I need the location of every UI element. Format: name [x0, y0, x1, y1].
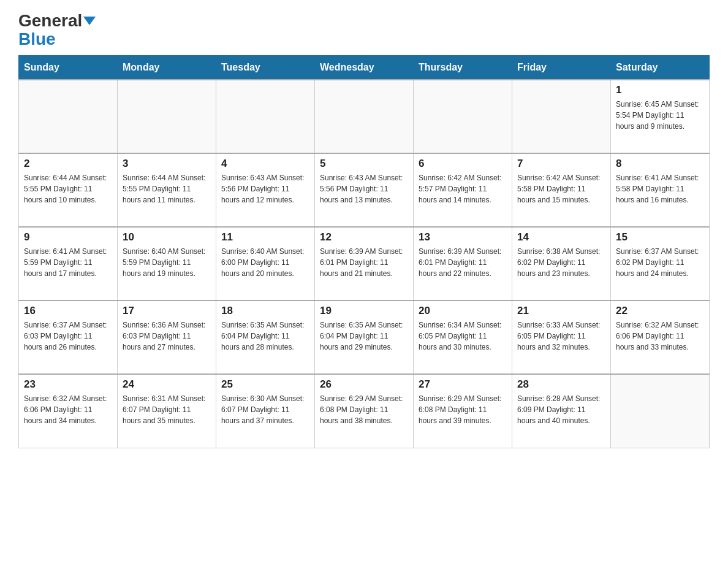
day-number: 1	[616, 84, 704, 96]
day-info: Sunrise: 6:31 AM Sunset: 6:07 PM Dayligh…	[123, 393, 211, 426]
day-info: Sunrise: 6:43 AM Sunset: 5:56 PM Dayligh…	[320, 172, 408, 205]
day-number: 7	[517, 158, 605, 170]
day-info: Sunrise: 6:29 AM Sunset: 6:08 PM Dayligh…	[320, 393, 408, 426]
day-number: 12	[320, 231, 408, 243]
calendar-cell: 1Sunrise: 6:45 AM Sunset: 5:54 PM Daylig…	[611, 80, 710, 153]
day-number: 23	[24, 378, 112, 391]
calendar-cell: 16Sunrise: 6:37 AM Sunset: 6:03 PM Dayli…	[19, 301, 118, 374]
day-number: 18	[221, 305, 309, 317]
day-info: Sunrise: 6:40 AM Sunset: 6:00 PM Dayligh…	[221, 246, 309, 279]
calendar-cell: 15Sunrise: 6:37 AM Sunset: 6:02 PM Dayli…	[611, 227, 710, 301]
calendar-cell: 20Sunrise: 6:34 AM Sunset: 6:05 PM Dayli…	[414, 301, 512, 374]
day-info: Sunrise: 6:35 AM Sunset: 6:04 PM Dayligh…	[320, 320, 408, 353]
calendar-cell: 11Sunrise: 6:40 AM Sunset: 6:00 PM Dayli…	[216, 227, 315, 301]
day-info: Sunrise: 6:35 AM Sunset: 6:04 PM Dayligh…	[221, 320, 309, 353]
calendar-header-sunday: Sunday	[19, 56, 118, 80]
calendar-cell	[216, 80, 315, 153]
calendar-cell: 2Sunrise: 6:44 AM Sunset: 5:55 PM Daylig…	[19, 153, 118, 227]
calendar-cell: 14Sunrise: 6:38 AM Sunset: 6:02 PM Dayli…	[512, 227, 611, 301]
logo-general: General	[18, 12, 82, 29]
calendar-header-monday: Monday	[118, 56, 216, 80]
day-number: 22	[616, 305, 704, 317]
logo-triangle-icon	[83, 17, 96, 25]
day-info: Sunrise: 6:32 AM Sunset: 6:06 PM Dayligh…	[24, 393, 112, 426]
calendar-header-wednesday: Wednesday	[315, 56, 414, 80]
day-number: 5	[320, 158, 408, 170]
day-info: Sunrise: 6:42 AM Sunset: 5:57 PM Dayligh…	[419, 172, 507, 205]
day-number: 27	[419, 378, 507, 391]
calendar-cell: 5Sunrise: 6:43 AM Sunset: 5:56 PM Daylig…	[315, 153, 414, 227]
day-number: 13	[419, 231, 507, 243]
day-number: 21	[517, 305, 605, 317]
calendar-table: SundayMondayTuesdayWednesdayThursdayFrid…	[18, 55, 710, 448]
calendar-cell	[414, 80, 512, 153]
day-number: 26	[320, 378, 408, 391]
calendar-cell: 26Sunrise: 6:29 AM Sunset: 6:08 PM Dayli…	[315, 374, 414, 448]
calendar-cell: 24Sunrise: 6:31 AM Sunset: 6:07 PM Dayli…	[118, 374, 216, 448]
calendar-cell: 23Sunrise: 6:32 AM Sunset: 6:06 PM Dayli…	[19, 374, 118, 448]
day-number: 17	[123, 305, 211, 317]
day-number: 4	[221, 158, 309, 170]
day-number: 15	[616, 231, 704, 243]
day-info: Sunrise: 6:42 AM Sunset: 5:58 PM Dayligh…	[517, 172, 605, 205]
day-info: Sunrise: 6:44 AM Sunset: 5:55 PM Dayligh…	[123, 172, 211, 205]
day-number: 10	[123, 231, 211, 243]
calendar-header-friday: Friday	[512, 56, 611, 80]
calendar-cell	[118, 80, 216, 153]
day-info: Sunrise: 6:41 AM Sunset: 5:58 PM Dayligh…	[616, 172, 704, 205]
calendar-week-4: 16Sunrise: 6:37 AM Sunset: 6:03 PM Dayli…	[19, 301, 710, 374]
calendar-week-5: 23Sunrise: 6:32 AM Sunset: 6:06 PM Dayli…	[19, 374, 710, 448]
calendar-cell: 13Sunrise: 6:39 AM Sunset: 6:01 PM Dayli…	[414, 227, 512, 301]
day-number: 11	[221, 231, 309, 243]
calendar-cell: 17Sunrise: 6:36 AM Sunset: 6:03 PM Dayli…	[118, 301, 216, 374]
day-number: 19	[320, 305, 408, 317]
day-number: 6	[419, 158, 507, 170]
day-info: Sunrise: 6:39 AM Sunset: 6:01 PM Dayligh…	[320, 246, 408, 279]
calendar-cell	[611, 374, 710, 448]
calendar-cell: 18Sunrise: 6:35 AM Sunset: 6:04 PM Dayli…	[216, 301, 315, 374]
logo: General Blue	[18, 12, 96, 49]
calendar-cell	[512, 80, 611, 153]
calendar-cell: 3Sunrise: 6:44 AM Sunset: 5:55 PM Daylig…	[118, 153, 216, 227]
calendar-week-3: 9Sunrise: 6:41 AM Sunset: 5:59 PM Daylig…	[19, 227, 710, 301]
calendar-cell: 9Sunrise: 6:41 AM Sunset: 5:59 PM Daylig…	[19, 227, 118, 301]
day-number: 25	[221, 378, 309, 391]
day-info: Sunrise: 6:29 AM Sunset: 6:08 PM Dayligh…	[419, 393, 507, 426]
calendar-cell: 27Sunrise: 6:29 AM Sunset: 6:08 PM Dayli…	[414, 374, 512, 448]
day-number: 2	[24, 158, 112, 170]
day-number: 8	[616, 158, 704, 170]
calendar-week-2: 2Sunrise: 6:44 AM Sunset: 5:55 PM Daylig…	[19, 153, 710, 227]
calendar-cell: 7Sunrise: 6:42 AM Sunset: 5:58 PM Daylig…	[512, 153, 611, 227]
calendar-cell: 6Sunrise: 6:42 AM Sunset: 5:57 PM Daylig…	[414, 153, 512, 227]
day-info: Sunrise: 6:40 AM Sunset: 5:59 PM Dayligh…	[123, 246, 211, 279]
day-info: Sunrise: 6:38 AM Sunset: 6:02 PM Dayligh…	[517, 246, 605, 279]
day-info: Sunrise: 6:32 AM Sunset: 6:06 PM Dayligh…	[616, 320, 704, 353]
calendar-header-thursday: Thursday	[414, 56, 512, 80]
day-info: Sunrise: 6:30 AM Sunset: 6:07 PM Dayligh…	[221, 393, 309, 426]
day-number: 28	[517, 378, 605, 391]
calendar-cell: 22Sunrise: 6:32 AM Sunset: 6:06 PM Dayli…	[611, 301, 710, 374]
calendar-header-saturday: Saturday	[611, 56, 710, 80]
day-number: 14	[517, 231, 605, 243]
day-info: Sunrise: 6:41 AM Sunset: 5:59 PM Dayligh…	[24, 246, 112, 279]
day-info: Sunrise: 6:39 AM Sunset: 6:01 PM Dayligh…	[419, 246, 507, 279]
calendar-cell: 19Sunrise: 6:35 AM Sunset: 6:04 PM Dayli…	[315, 301, 414, 374]
day-info: Sunrise: 6:45 AM Sunset: 5:54 PM Dayligh…	[616, 99, 704, 132]
calendar-cell: 12Sunrise: 6:39 AM Sunset: 6:01 PM Dayli…	[315, 227, 414, 301]
calendar-cell: 25Sunrise: 6:30 AM Sunset: 6:07 PM Dayli…	[216, 374, 315, 448]
calendar-cell: 10Sunrise: 6:40 AM Sunset: 5:59 PM Dayli…	[118, 227, 216, 301]
day-number: 16	[24, 305, 112, 317]
day-info: Sunrise: 6:33 AM Sunset: 6:05 PM Dayligh…	[517, 320, 605, 353]
day-info: Sunrise: 6:37 AM Sunset: 6:03 PM Dayligh…	[24, 320, 112, 353]
page-header: General Blue	[18, 12, 710, 49]
calendar-header-tuesday: Tuesday	[216, 56, 315, 80]
day-info: Sunrise: 6:28 AM Sunset: 6:09 PM Dayligh…	[517, 393, 605, 426]
calendar-cell: 21Sunrise: 6:33 AM Sunset: 6:05 PM Dayli…	[512, 301, 611, 374]
calendar-cell: 4Sunrise: 6:43 AM Sunset: 5:56 PM Daylig…	[216, 153, 315, 227]
logo-blue: Blue	[18, 29, 56, 49]
day-number: 3	[123, 158, 211, 170]
day-info: Sunrise: 6:36 AM Sunset: 6:03 PM Dayligh…	[123, 320, 211, 353]
calendar-cell	[19, 80, 118, 153]
calendar-week-1: 1Sunrise: 6:45 AM Sunset: 5:54 PM Daylig…	[19, 80, 710, 153]
day-number: 9	[24, 231, 112, 243]
